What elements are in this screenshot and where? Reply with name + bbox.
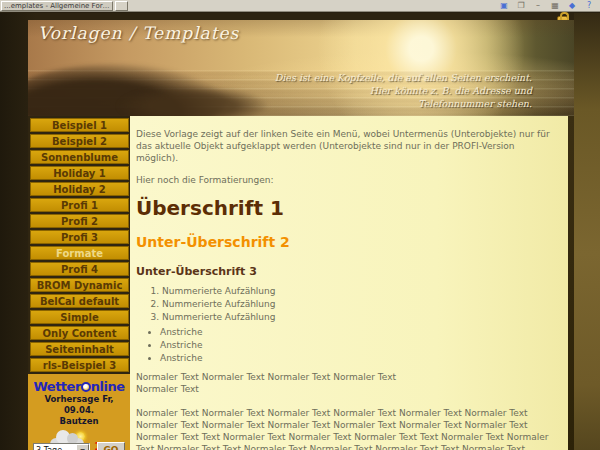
- sidebar-item-rls-beispiel-3[interactable]: rls-Beispiel 3: [30, 358, 129, 372]
- minimize-icon[interactable]: –: [533, 1, 543, 11]
- header-tagline: Dies ist eine Kopfzeile, die auf allen S…: [275, 71, 532, 110]
- screen: ...emplates - Allgemeine Formate für Tex…: [0, 0, 600, 450]
- page-right-border: [568, 116, 574, 450]
- logo-suffix: nline: [91, 379, 125, 394]
- site-title: Vorlagen / Templates: [38, 23, 239, 43]
- sidebar-item-belcal-default[interactable]: BelCal default: [30, 294, 129, 308]
- chevron-down-icon[interactable]: ▼: [76, 444, 89, 450]
- sidebar: Beispiel 1Beispiel 2SonnenblumeHoliday 1…: [28, 116, 130, 450]
- bookmark-icon[interactable]: ◆: [567, 1, 577, 11]
- intro-paragraph: Diese Vorlage zeigt auf der linken Seite…: [136, 128, 552, 164]
- page-header: Vorlagen / Templates Dies ist eine Kopfz…: [28, 20, 574, 116]
- background-right-panel: [574, 13, 600, 450]
- sidebar-item-beispiel-1[interactable]: Beispiel 1: [30, 118, 129, 132]
- sidebar-item-formate[interactable]: Formate: [30, 246, 129, 260]
- weather-controls: 3 Tage ▼ GO: [33, 442, 125, 450]
- forecast-city: Bautzen: [28, 416, 130, 427]
- grid-icon[interactable]: ▦: [550, 1, 560, 11]
- browser-topbar: ...emplates - Allgemeine Formate für Tex…: [0, 0, 600, 12]
- sidebar-item-profi-2[interactable]: Profi 2: [30, 214, 129, 228]
- go-button[interactable]: GO: [97, 442, 125, 450]
- wetteronline-o-icon: [81, 382, 91, 392]
- browser-tab-title: ...emplates - Allgemeine Formate für Tex…: [4, 2, 113, 10]
- page-body: Beispiel 1Beispiel 2SonnenblumeHoliday 1…: [28, 116, 574, 450]
- heading-3: Unter-Überschrift 3: [136, 265, 552, 278]
- forecast-range-select[interactable]: 3 Tage ▼: [33, 443, 90, 450]
- numbered-list-item: Nummerierte Aufzählung: [162, 286, 552, 297]
- wetteronline-logo[interactable]: Wetternline: [28, 379, 130, 394]
- windows-icon[interactable]: ❐: [516, 1, 526, 11]
- tagline-line-1: Dies ist eine Kopfzeile, die auf allen S…: [275, 71, 532, 84]
- sidebar-item-beispiel-2[interactable]: Beispiel 2: [30, 134, 129, 148]
- sidebar-item-sonnenblume[interactable]: Sonnenblume: [30, 150, 129, 164]
- normal-text-paragraph-2: Normaler Text Normaler Text Normaler Tex…: [136, 407, 552, 450]
- sidebar-item-profi-3[interactable]: Profi 3: [30, 230, 129, 244]
- bullet-list-item: Anstriche: [160, 340, 552, 351]
- main-content: Diese Vorlage zeigt auf der linken Seite…: [130, 116, 568, 450]
- desktop-background: Vorlagen / Templates Dies ist eine Kopfz…: [0, 13, 600, 450]
- sidebar-item-holiday-2[interactable]: Holiday 2: [30, 182, 129, 196]
- p1-line-2: Normaler Text: [136, 384, 199, 394]
- sidebar-item-holiday-1[interactable]: Holiday 1: [30, 166, 129, 180]
- bullet-list-item: Anstriche: [160, 353, 552, 364]
- sidebar-item-profi-4[interactable]: Profi 4: [30, 262, 129, 276]
- p1-line-1: Normaler Text Normaler Text Normaler Tex…: [136, 372, 396, 382]
- sidebar-item-profi-1[interactable]: Profi 1: [30, 198, 129, 212]
- logo-prefix: Wetter: [33, 379, 80, 394]
- heading-1: Überschrift 1: [136, 197, 552, 219]
- website-page: Vorlagen / Templates Dies ist eine Kopfz…: [28, 20, 574, 450]
- browser-tab[interactable]: ...emplates - Allgemeine Formate für Tex…: [1, 1, 113, 11]
- tagline-line-3: Telefonnummer stehen.: [275, 97, 532, 110]
- sidebar-item-seiteninhalt[interactable]: Seiteninhalt: [30, 342, 129, 356]
- weather-widget: Wetternline Vorhersage Fr, 09.04. Bautze…: [28, 374, 130, 450]
- heading-2: Unter-Überschrift 2: [136, 234, 552, 250]
- forecast-label: Vorhersage Fr, 09.04.: [28, 394, 130, 416]
- app-icon[interactable]: ▣: [499, 1, 509, 11]
- help-icon[interactable]: ?: [584, 1, 594, 11]
- numbered-list: Nummerierte AufzählungNummerierte Aufzäh…: [136, 286, 552, 323]
- formats-label: Hier noch die Formatierungen:: [136, 174, 552, 186]
- numbered-list-item: Nummerierte Aufzählung: [162, 312, 552, 323]
- topbar-icons: ▣❐–▦◆?: [499, 1, 600, 11]
- numbered-list-item: Nummerierte Aufzählung: [162, 299, 552, 310]
- topbar-button[interactable]: [115, 1, 128, 11]
- bullet-list: AnstricheAnstricheAnstriche: [136, 327, 552, 364]
- normal-text-paragraph-1: Normaler Text Normaler Text Normaler Tex…: [136, 371, 552, 395]
- sidebar-item-only-content[interactable]: Only Content: [30, 326, 129, 340]
- bullet-list-item: Anstriche: [160, 327, 552, 338]
- sidebar-item-simple[interactable]: Simple: [30, 310, 129, 324]
- sidebar-item-brom-dynamic[interactable]: BROM Dynamic: [30, 278, 129, 292]
- forecast-range-value: 3 Tage: [36, 446, 62, 450]
- tagline-line-2: Hier könnte z. B. die Adresse und: [275, 84, 532, 97]
- sidebar-menu: Beispiel 1Beispiel 2SonnenblumeHoliday 1…: [28, 116, 130, 374]
